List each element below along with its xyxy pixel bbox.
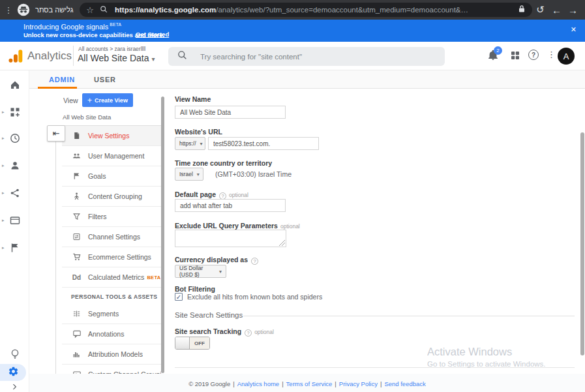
collapse-panel-button[interactable]: ⇤ [47,125,65,142]
header-overflow-menu-icon[interactable]: ⋮ [547,50,556,59]
website-url-input[interactable] [208,137,319,150]
currency-dropdown[interactable]: US Dollar (USD $)▾ [175,265,226,278]
sidebar-item-acquisition[interactable]: ▸ [0,185,29,205]
menu-item-user-management[interactable]: User Management [62,146,161,166]
url-text: https://analytics.google.com/analytics/w… [115,6,513,14]
admin-gear-icon [8,366,19,380]
menu-item-segments[interactable]: Segments [62,304,161,324]
menu-item-attribution-models[interactable]: Attribution Models [62,344,161,365]
channel-settings-icon [71,232,82,241]
sidebar-item-discover[interactable] [0,346,29,365]
timezone-label: Time zone country or territory [175,159,272,167]
account-selector[interactable]: All Web Site Data▾ [78,53,155,63]
bookmark-star-icon[interactable]: ☆ [86,5,94,15]
default-page-input[interactable] [175,199,286,212]
bot-filtering-row: ✓ Exclude all hits from known bots and s… [175,293,322,301]
notifications-bell-icon[interactable]: 2 [487,49,500,62]
plus-icon: + [87,96,92,105]
home-icon [9,79,21,93]
page-scrollbar[interactable] [580,132,584,355]
annotations-icon [71,329,82,339]
bot-filtering-label: Bot Filtering [175,285,215,293]
footer-link-feedback[interactable]: Send feedback [384,380,425,387]
chevron-down-icon: ▾ [193,172,200,177]
resize-handle-icon[interactable] [279,240,285,246]
product-name: Analytics [27,50,72,63]
chevron-down-icon: ▾ [215,269,222,275]
conversions-flag-icon [9,242,21,256]
menu-item-calculated-metrics[interactable]: Dd Calculated Metrics BETA [62,267,161,288]
tab-bar: ADMIN USER [29,70,585,89]
footer-link-terms[interactable]: Terms of Service [286,380,333,387]
sidebar-item-audience[interactable]: ▸ [0,158,29,177]
url-bar[interactable]: ☆ https://analytics.google.com/analytics… [80,3,532,17]
customization-icon [9,106,21,121]
menu-item-channel-settings[interactable]: Channel Settings [62,227,161,247]
dd-text-icon: Dd [71,274,82,281]
expand-arrow-icon: ▸ [2,218,5,223]
menu-item-goals[interactable]: Goals [62,166,161,187]
goals-flag-icon [71,172,82,181]
sidebar-item-behavior[interactable]: ▸ [0,213,29,232]
sidebar-item-admin[interactable] [0,364,26,381]
help-icon[interactable]: ? [251,258,258,265]
nav-arrow-left-button[interactable]: ← [548,5,565,16]
site-search-section-title: Site Search Settings [175,311,243,319]
admin-menu-column: View +Create View All Web Site Data View… [62,93,161,375]
segments-icon [71,309,82,318]
reload-button[interactable]: ↺ [532,4,548,16]
apps-grid-icon[interactable] [510,50,520,63]
exclude-params-textarea[interactable] [175,230,286,247]
current-view-name[interactable]: All Web Site Data [62,113,161,126]
protocol-dropdown[interactable]: https://▾ [175,137,205,150]
timezone-country-dropdown[interactable]: Israel▾ [175,168,203,181]
notifications-count-badge: 2 [494,46,502,55]
expand-arrow-icon: ▸ [2,136,5,141]
banner-close-icon[interactable]: ✕ [571,25,577,34]
sidebar-item-customization[interactable]: ▸ [0,104,29,124]
view-name-input[interactable] [175,106,286,119]
content-grouping-icon [71,192,82,201]
expand-arrow-icon: ▸ [2,163,5,168]
google-signals-banner: Introducing Google signalsBETA Unlock ne… [0,20,585,42]
sidebar-collapse-icon[interactable] [10,382,19,392]
sidebar-item-home[interactable] [0,77,29,97]
menu-item-ecommerce-settings[interactable]: Ecommerce Settings [62,247,161,267]
bot-filtering-checkbox[interactable]: ✓ [175,293,183,301]
tab-user[interactable]: USER [94,76,116,83]
menu-item-filters[interactable]: Filters [62,207,161,227]
get-started-link[interactable]: Get Started [136,31,169,38]
browser-menu-icon[interactable]: ⋮ [4,5,13,15]
site-search-toggle[interactable]: OFF [175,337,210,350]
audience-person-icon [9,160,21,174]
admin-column-scrollbar[interactable] [161,97,164,373]
sidebar-item-realtime[interactable]: ▸ [0,130,29,150]
create-view-button[interactable]: +Create View [82,93,133,107]
activate-windows-watermark-sub: Go to Settings to activate Windows. [427,360,546,368]
acquisition-branch-icon [9,187,21,202]
lock-icon [518,4,526,16]
footer-link-analytics-home[interactable]: Analytics home [237,380,279,387]
sidebar-item-conversions[interactable]: ▸ [0,240,29,260]
panel-guide-line [55,140,56,374]
help-icon[interactable]: ? [245,329,252,337]
beta-badge: BETA [147,275,160,280]
website-url-label: Website's URL [175,128,222,136]
view-settings-icon [71,131,82,140]
attribution-models-icon [71,350,82,359]
menu-item-view-settings[interactable]: View Settings [62,126,161,146]
avatar[interactable]: A [558,48,575,65]
optional-tag: optional [280,223,300,230]
personal-tools-section-title: PERSONAL TOOLS & ASSETS [62,288,161,304]
nav-arrow-right-button[interactable]: → [565,5,581,16]
currency-label: Currency displayed as? [175,256,258,265]
search-placeholder: Try searching for "site content" [200,53,302,61]
view-settings-form: View Name Website's URL https://▾ Time z… [175,89,575,376]
global-search[interactable]: Try searching for "site content" [168,47,445,66]
tab-admin[interactable]: ADMIN [49,76,75,83]
active-tab-underline [38,87,77,89]
menu-item-annotations[interactable]: Annotations [62,324,161,344]
menu-item-content-grouping[interactable]: Content Grouping [62,187,161,207]
help-icon[interactable]: ? [528,50,539,60]
footer-link-privacy[interactable]: Privacy Policy [339,380,378,387]
